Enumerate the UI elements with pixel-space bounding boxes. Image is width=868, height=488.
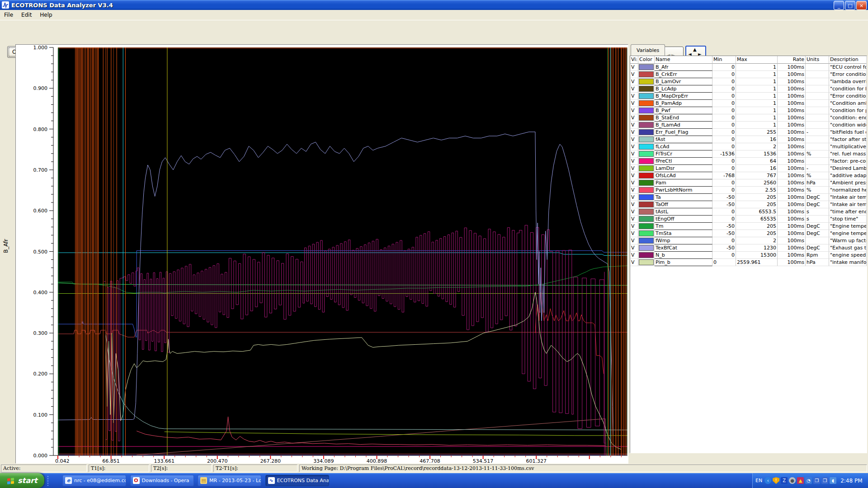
close-button[interactable]: ×: [856, 1, 867, 10]
column-header-min[interactable]: Min: [712, 56, 736, 64]
tab-variables[interactable]: Variables: [631, 44, 665, 56]
variable-min: 0: [712, 216, 736, 223]
variable-row-TexBfCat[interactable]: VTexBfCat-501230100msDegC"Exhaust gas te…: [630, 244, 867, 252]
variable-row-Pim_b[interactable]: VPim_b02559.961100mshPa"intake manifold …: [630, 259, 867, 266]
variable-max: 2: [736, 237, 778, 244]
variable-row-B_LamOvr[interactable]: VB_LamOvr01100ms"lambda override s: [630, 78, 867, 85]
visible-flag: V: [630, 71, 638, 78]
variable-max: 65535: [736, 216, 778, 223]
variable-description: "engine speed. by: [829, 252, 867, 259]
visible-flag: V: [630, 259, 638, 266]
vnc-icon[interactable]: ◖: [830, 477, 836, 484]
menu-item-edit[interactable]: Edit: [17, 10, 36, 19]
taskbar-task-4[interactable]: ∿ECOTRONS Data Ana...: [265, 475, 329, 486]
network-icon[interactable]: ❐: [813, 477, 820, 484]
zonealarm-icon[interactable]: Z: [781, 477, 788, 484]
variable-description: "Desired Lambda': [829, 165, 867, 172]
maximize-button[interactable]: □: [845, 1, 855, 10]
variable-row-fWmp[interactable]: VfWmp02100ms"Warm up factor": [630, 237, 867, 244]
variable-units: DegC: [806, 223, 829, 230]
variable-row-Err_Fuel_Flag[interactable]: VErr_Fuel_Flag0255100ms-"bitFields fuel …: [630, 129, 867, 136]
variable-max: 2: [736, 143, 778, 150]
column-header-color[interactable]: Color: [638, 56, 655, 64]
variable-row-Ta[interactable]: VTa-50205100msDegC"Intake air temper.: [630, 194, 867, 201]
webcam-icon[interactable]: ●: [789, 477, 796, 484]
y-tick-label: 0.800: [33, 127, 48, 132]
visible-flag: V: [630, 165, 638, 172]
variable-row-B_Pwf[interactable]: VB_Pwf01100ms"condition for pow: [630, 107, 867, 114]
column-header-vi[interactable]: Vi:: [630, 56, 638, 64]
color-swatch: [638, 158, 655, 165]
visible-flag: V: [630, 223, 638, 230]
variable-row-B_fLamAd[interactable]: VB_fLamAd01100ms"condition wideba: [630, 122, 867, 129]
variable-min: 0: [712, 107, 736, 114]
minimize-button[interactable]: _: [834, 1, 844, 10]
variable-row-TmSta[interactable]: VTmSta-50205100msDegC"engine temperatu: [630, 230, 867, 237]
visible-flag: V: [630, 244, 638, 252]
wizard-icon[interactable]: ▲: [797, 477, 804, 484]
variable-name: TmSta: [655, 230, 712, 237]
variable-row-fLcAd[interactable]: VfLcAd02100ms"multiplicative corr: [630, 143, 867, 150]
variable-min: 0: [712, 237, 736, 244]
column-header-max[interactable]: Max: [736, 56, 778, 64]
column-header-name[interactable]: Name: [655, 56, 712, 64]
variable-name: B_PamAdp: [655, 100, 712, 107]
collapse-arrow-icon[interactable]: ‹: [764, 477, 771, 484]
variable-row-FlTrsCr[interactable]: VFlTrsCr-15361536100ms%"rel. fuel mass t…: [630, 150, 867, 158]
variable-rate: 100ms: [778, 129, 806, 136]
variable-row-tAstL[interactable]: VtAstL06553.5100mss"time after end of s: [630, 208, 867, 216]
variable-max: 1: [736, 100, 778, 107]
variable-name: B_LamOvr: [655, 78, 712, 85]
taskbar-task-3[interactable]: ▤MR - 2013-05-23 - Lol...: [198, 475, 261, 486]
variable-name: PwrLsbHtNorm: [655, 187, 712, 194]
column-header-units[interactable]: Units: [806, 56, 829, 64]
variable-row-Tm[interactable]: VTm-50205100msDegC"Engine temperatu: [630, 223, 867, 230]
variable-units: [806, 143, 829, 150]
variable-max: 1536: [736, 150, 778, 158]
start-button[interactable]: start: [0, 473, 44, 488]
menu-item-help[interactable]: Help: [36, 10, 56, 19]
menu-item-file[interactable]: File: [0, 10, 17, 19]
visible-flag: V: [630, 172, 638, 179]
taskbar-task-2[interactable]: ODownloads - Opera: [130, 475, 194, 486]
variable-max: 767: [736, 172, 778, 179]
language-indicator[interactable]: EN: [755, 478, 762, 483]
variable-row-fAst[interactable]: VfAst016100ms"factor after start f: [630, 136, 867, 143]
variable-name: B_MapDrpErr: [655, 93, 712, 100]
variable-row-PwrLsbHtNorm[interactable]: VPwrLsbHtNorm02.55100ms%"normalized heat…: [630, 187, 867, 194]
network2-icon[interactable]: ❐: [821, 477, 828, 484]
variable-min: -768: [712, 172, 736, 179]
clock: 2:48 PM: [840, 478, 862, 484]
variable-row-B_MapDrpErr[interactable]: VB_MapDrpErr01100ms"Error condition fo: [630, 93, 867, 100]
column-header-rate[interactable]: Rate: [778, 56, 806, 64]
variable-min: 0: [712, 187, 736, 194]
visible-flag: V: [630, 143, 638, 150]
variable-row-B_PamAdp[interactable]: VB_PamAdp01100ms"Condition ambien: [630, 100, 867, 107]
color-swatch: [638, 194, 655, 201]
variable-row-TaOff[interactable]: VTaOff-50205100msDegC"Intake air temper.: [630, 201, 867, 208]
variable-row-B_LcAdp[interactable]: VB_LcAdp01100ms"condition for basi: [630, 85, 867, 93]
variable-row-B_Afr[interactable]: VB_Afr01100ms"ECU control for E: [630, 64, 867, 71]
variable-row-Pam[interactable]: VPam02560100mshPa"Ambient pressure: [630, 179, 867, 187]
visible-flag: V: [630, 150, 638, 158]
variable-max: 64: [736, 158, 778, 165]
variable-row-OfsLcAd[interactable]: VOfsLcAd-768767100ms%"additive adaptive: [630, 172, 867, 179]
variable-max: 1: [736, 64, 778, 71]
variable-row-B_StaEnd[interactable]: VB_StaEnd01100ms"condition: end of: [630, 114, 867, 122]
plot-panel[interactable]: 1.0000.9000.8000.7000.6000.5000.4000.300…: [15, 44, 628, 464]
taskbar-task-1[interactable]: enrc - e08@eddiem.co...: [62, 475, 126, 486]
variable-units: [806, 100, 829, 107]
security-shield-icon[interactable]: !: [773, 477, 779, 484]
variable-row-B_CrkErr[interactable]: VB_CrkErr01100ms"Error condition fo: [630, 71, 867, 78]
variable-row-N_b[interactable]: VN_b015300100msRpm"engine speed. by: [630, 252, 867, 259]
variable-row-LamDsr[interactable]: VLamDsr016100ms-"Desired Lambda': [630, 165, 867, 172]
variable-max: 1: [736, 114, 778, 122]
swatch-fill: [639, 223, 654, 229]
scheduler-clock-icon[interactable]: ◔: [805, 477, 812, 484]
variable-description: "Ambient pressure: [829, 179, 867, 187]
variable-row-fPreCtl[interactable]: VfPreCtl064100ms"factor: pre-contro: [630, 158, 867, 165]
variable-description: "Error condition fo: [829, 93, 867, 100]
variable-row-tEngOff[interactable]: VtEngOff065535100mss"stop time": [630, 216, 867, 223]
variable-min: 0: [712, 129, 736, 136]
column-header-description[interactable]: Description: [829, 56, 867, 64]
